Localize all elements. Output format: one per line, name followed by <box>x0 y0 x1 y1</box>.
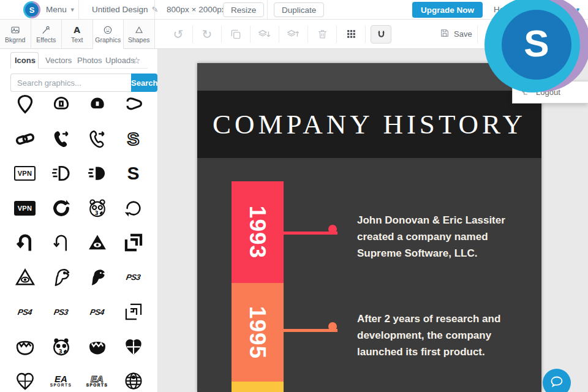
save-button[interactable]: Save <box>440 20 472 48</box>
design-canvas[interactable]: COMPANY HISTORY 1993 John Donovan & Eric… <box>197 63 541 392</box>
layer-forward-button[interactable] <box>279 20 307 48</box>
graphic-refresh-circle-bold[interactable] <box>43 191 79 226</box>
graphic-maze-square-bold[interactable] <box>115 225 151 260</box>
tab-effects[interactable]: Effects <box>31 20 62 49</box>
undo-button[interactable]: ↺ <box>164 20 192 48</box>
graphic-panda-kiss-filled[interactable]: 3 <box>43 330 79 364</box>
graphic-eye-pyramid-filled[interactable] <box>79 225 115 260</box>
logout-menu-item[interactable]: Logout <box>512 81 588 104</box>
year-block[interactable] <box>232 382 284 392</box>
layer-backward-icon <box>258 28 271 41</box>
timeline-text[interactable]: After 2 years of research anddevelopment… <box>357 311 529 360</box>
graphic-ps3-logo[interactable]: PS3 <box>115 260 151 295</box>
chat-button[interactable] <box>543 369 571 392</box>
editor-toolbar: Bkgrnd EffectsA Text Graphics Shapes ↺↻ … <box>0 20 588 49</box>
tab-text[interactable]: A Text <box>62 20 93 49</box>
graphic-vpn-outline[interactable]: VPN <box>7 156 43 191</box>
sidebar-tab-photos[interactable]: Photos <box>74 52 105 69</box>
delete-icon <box>317 28 328 40</box>
sidebar-tab-vectors[interactable]: Vectors <box>42 52 75 69</box>
graphic-vpn-filled[interactable]: VPN <box>7 191 43 226</box>
graphic-curve-band-outline[interactable] <box>115 87 151 122</box>
canvas-dimensions: 800px × 2000px <box>167 0 225 19</box>
account-dropdown[interactable]: Account ▼ <box>539 0 581 19</box>
tab-graphics[interactable]: Graphics <box>93 20 124 49</box>
timeline-text[interactable]: John Donovan & Eric Lassitercreated a co… <box>357 212 529 262</box>
app-window: S Menu ▼ Untitled Design ✎ 800px × 2000p… <box>0 0 588 392</box>
doc-tabs: Bkgrnd EffectsA Text Graphics Shapes <box>0 20 155 49</box>
duplicate-layer-button[interactable] <box>222 20 250 48</box>
help-link[interactable]: Help <box>494 0 511 19</box>
divider <box>154 0 155 19</box>
divider <box>267 0 268 19</box>
star-icon[interactable]: ☆ <box>132 52 140 69</box>
timeline-node <box>328 322 337 331</box>
layer-forward-icon <box>287 28 300 41</box>
graphic-ps4-logo-2[interactable]: PS4 <box>79 295 115 330</box>
tab-shapes[interactable]: Shapes <box>124 20 155 49</box>
redo-icon: ↻ <box>202 27 213 42</box>
graphic-uturn-arrow-thin[interactable] <box>43 225 79 260</box>
graphic-bird-head-outline[interactable] <box>43 260 79 295</box>
pencil-icon[interactable]: ✎ <box>152 5 159 14</box>
grid-button[interactable] <box>337 20 365 48</box>
delete-button[interactable] <box>308 20 336 48</box>
graphic-maze-square-outline[interactable] <box>115 295 151 330</box>
graphic-d-speed-filled[interactable] <box>79 156 115 191</box>
title-band: COMPANY HISTORY <box>197 91 541 158</box>
logout-icon <box>521 86 530 99</box>
design-name[interactable]: Untitled Design ✎ <box>92 0 158 19</box>
graphics-sidebar: IconsVectorsPhotosUploads☆ Search SVPNSV… <box>0 49 158 392</box>
graphic-letter-s-bold[interactable]: S <box>115 156 151 191</box>
graphic-monster-mouth-filled[interactable] <box>79 330 115 364</box>
smiley-icon <box>103 24 113 35</box>
divider <box>78 0 79 19</box>
layer-backward-button[interactable] <box>251 20 279 48</box>
graphic-refresh-circle-outline[interactable] <box>115 191 151 226</box>
menu-dropdown[interactable]: Menu ▼ <box>46 0 75 19</box>
chat-bubble-icon <box>549 374 564 391</box>
wand-icon <box>41 24 51 35</box>
design-title[interactable]: COMPANY HISTORY <box>213 108 526 140</box>
graphic-uturn-arrow-bold[interactable] <box>7 225 43 260</box>
svg-text:3: 3 <box>94 209 98 216</box>
duplicate-button[interactable]: Duplicate <box>274 2 324 17</box>
sidebar-tabs: IconsVectorsPhotosUploads☆ <box>0 52 158 69</box>
tab-bkgrnd[interactable]: Bkgrnd <box>0 20 31 49</box>
graphic-badge-m-filled[interactable] <box>79 87 115 122</box>
app-logo-letter: S <box>25 3 39 17</box>
graphic-heart-puzzle-filled[interactable] <box>115 330 151 364</box>
graphic-eye-pyramid-outline[interactable] <box>7 260 43 295</box>
letter-a-icon: A <box>74 24 80 35</box>
redo-button[interactable]: ↻ <box>193 20 221 48</box>
graphic-heart-puzzle-outline[interactable] <box>7 364 43 392</box>
graphic-bird-head-filled[interactable] <box>79 260 115 295</box>
graphic-badge-m-outline[interactable] <box>43 87 79 122</box>
sidebar-tab-icons[interactable]: Icons <box>10 52 39 69</box>
resize-button[interactable]: Resize <box>223 2 264 17</box>
graphic-chain-link[interactable] <box>7 122 43 157</box>
graphic-d-speed-outline[interactable] <box>43 156 79 191</box>
image-icon <box>10 24 20 35</box>
grid-icon <box>346 29 356 39</box>
graphic-monster-mouth-outline[interactable] <box>7 330 43 364</box>
graphic-pin-shield-outline[interactable] <box>7 87 43 122</box>
graphic-panda-kiss-outline[interactable]: 3 <box>79 191 115 226</box>
save-icon <box>440 28 450 40</box>
graphic-ps4-logo[interactable]: PS4 <box>7 295 43 330</box>
graphic-ea-sports-filled[interactable]: EASPORTS <box>43 364 79 392</box>
year-block[interactable]: 1993 <box>232 181 284 283</box>
svg-text:3: 3 <box>58 348 62 354</box>
undo-icon: ↺ <box>173 27 184 42</box>
upgrade-now-button[interactable]: Upgrade Now <box>412 2 483 18</box>
divider <box>365 26 366 43</box>
graphic-ea-sports-outline[interactable]: EASPORTS <box>79 364 115 392</box>
graphic-phone-forward-outline[interactable] <box>79 122 115 157</box>
graphic-letter-s-outline[interactable]: S <box>115 122 151 157</box>
graphic-globe-eye[interactable] <box>115 364 151 392</box>
graphic-phone-forward-filled[interactable] <box>43 122 79 157</box>
graphic-ps3-logo-2[interactable]: PS3 <box>43 295 79 330</box>
app-logo[interactable]: S <box>23 1 40 18</box>
year-block[interactable]: 1995 <box>232 283 284 382</box>
magnet-button[interactable] <box>371 25 391 43</box>
